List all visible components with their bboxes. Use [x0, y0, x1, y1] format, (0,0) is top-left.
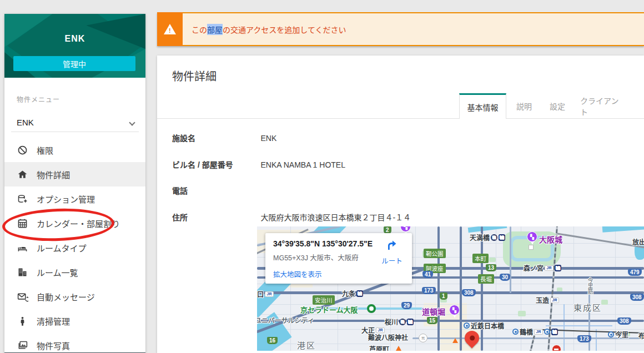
map-info-card: 34°39'35.8"N 135°30'27.5"E MG55+X3J 大阪市、…: [265, 233, 412, 284]
home-icon: [17, 169, 28, 180]
managing-status-button[interactable]: 管理中: [13, 56, 135, 71]
shrine-marker-icon: [396, 346, 401, 351]
map-label: 玉造JR: [536, 295, 559, 305]
sidebar-item-room-list[interactable]: ルーム一覧: [4, 260, 145, 284]
warning-text: この部屋の交通アクセスを追加してください: [192, 13, 346, 45]
metro-icon: M: [551, 329, 558, 335]
map-label: 道頓堀: [422, 306, 445, 317]
jr-icon: JR: [550, 297, 559, 303]
metro-icon: M: [499, 234, 505, 241]
route-shield: 41: [422, 271, 433, 278]
building-icon: [17, 266, 28, 278]
osaka-castle-icon[interactable]: ▚: [527, 231, 537, 242]
sidebar-item-auto-message[interactable]: 自動メッセージ: [4, 284, 145, 309]
jr-icon: JR: [376, 327, 385, 333]
map-label: 桜川▣M: [385, 317, 414, 326]
road-name-badge: 本町: [472, 254, 489, 263]
expand-map-link[interactable]: 拡大地図を表示: [273, 269, 322, 279]
route-button[interactable]: ルート: [380, 239, 404, 266]
field-label: 施設名: [172, 132, 258, 143]
map-label: 口JR: [257, 289, 274, 299]
field-facility-name: 施設名 ENK: [172, 132, 276, 143]
field-label: ビル名 / 部屋番号: [172, 159, 258, 170]
sidebar-item-option-management[interactable]: オプション管理: [4, 186, 145, 211]
route-shield: 479: [628, 269, 642, 276]
route-shield: 1: [440, 293, 447, 300]
kyocera-dome-icon[interactable]: [367, 304, 376, 313]
metro-icon: M: [356, 290, 363, 297]
road-name-badge: 長堀: [478, 274, 494, 284]
route-shield: 16: [267, 337, 278, 344]
shrine-icon[interactable]: π: [419, 334, 427, 342]
route-shield: 15: [427, 317, 437, 324]
ring-icon: [544, 329, 550, 335]
map-label: 大阪城: [539, 234, 562, 245]
jr-icon: JR: [534, 329, 543, 335]
route-shield: 308: [617, 317, 631, 325]
hospital-icon[interactable]: [552, 345, 561, 351]
tab-underline: [157, 118, 644, 119]
map-label: 芦原町: [369, 344, 389, 351]
org-name: ENK: [4, 34, 145, 44]
route-label: ルート: [380, 255, 404, 266]
database-plus-icon: [17, 193, 28, 205]
map-label: 森ノ宮JRM: [524, 263, 561, 273]
person-icon: [17, 315, 28, 327]
keihan-icon: ▣: [491, 234, 497, 241]
field-building-room: ビル名 / 部屋番号 ENKA NAMBA 1 HOTEL: [172, 159, 345, 170]
metro-icon: M: [407, 319, 414, 325]
field-value: 大阪府大阪市浪速区日本橋東２丁目４-１４: [260, 213, 411, 222]
sidebar-item-cleaning-management[interactable]: 清掃管理: [4, 309, 145, 333]
field-value: ENKA NAMBA 1 HOTEL: [260, 160, 345, 169]
keihan-icon: ▣: [399, 319, 406, 325]
castle-keep: [529, 245, 534, 250]
shrine-marker-icon: [452, 338, 458, 343]
sidebar: ENK 管理中 物件メニュー ENK 権限 物件詳細 オプション管理 カレンダー…: [4, 14, 145, 353]
map-label: 今里筋: [586, 278, 594, 294]
tab-client[interactable]: クライアント: [580, 93, 626, 119]
jr-icon: JR: [265, 291, 274, 297]
map-label: 放出: [632, 237, 644, 246]
property-select-value: ENK: [17, 118, 34, 127]
block-icon: [17, 144, 28, 156]
ring-icon: [512, 329, 519, 335]
route-shield: 30: [500, 274, 510, 281]
map-label: 今里: [608, 330, 628, 339]
poi-icon[interactable]: ▚: [400, 226, 411, 232]
property-menu-label: 物件メニュー: [17, 94, 60, 104]
tab-settings[interactable]: 設定: [549, 93, 566, 119]
map-label: 天満橋▣M: [470, 233, 505, 242]
warning-iconbox: !: [157, 12, 183, 46]
field-value: ENK: [260, 134, 276, 143]
map-label: 港区: [297, 339, 316, 351]
map-label: 近鉄日本橋: [464, 321, 504, 330]
sidebar-menu: 権限 物件詳細 オプション管理 カレンダー・部屋割り ルームタイプ ルーム一覧 …: [4, 138, 145, 353]
tab-basic-info[interactable]: 基本情報: [459, 93, 506, 119]
photos-icon: [17, 340, 28, 351]
warning-icon: !: [164, 24, 176, 34]
sidebar-item-property-details[interactable]: 物件詳細: [4, 162, 145, 186]
tab-description[interactable]: 説明: [515, 93, 533, 119]
directions-icon: [385, 239, 399, 252]
field-address: 住所 大阪府大阪市浪速区日本橋東２丁目４-１４: [172, 211, 411, 223]
page-title: 物件詳細: [172, 68, 217, 84]
sidebar-item-property-photos[interactable]: 物件写真: [4, 333, 145, 353]
highlighted-text: 部屋: [207, 24, 223, 35]
sidebar-item-permissions[interactable]: 権限: [4, 138, 145, 162]
sidebar-header: ENK 管理中: [4, 14, 145, 78]
chevron-down-icon: [129, 119, 135, 125]
ring-icon: [464, 322, 470, 329]
route-shield: 173: [422, 287, 436, 294]
google-map[interactable]: ▚ ▚ ▚ π 天満橋▣M大阪城放出森ノ宮JRM九条M玉造JR東成区道頓堀京セラ…: [257, 226, 644, 351]
route-shield: 13: [486, 264, 496, 271]
main-card: 物件詳細 基本情報 説明 設定 クライアント 施設名 ENK ビル名 / 部屋番…: [157, 56, 644, 353]
property-select[interactable]: ENK: [17, 114, 134, 130]
mail-icon: [17, 291, 28, 302]
map-label: 九条M: [342, 289, 363, 298]
metro-icon: M: [555, 265, 561, 271]
dotonbori-icon[interactable]: ▚: [449, 305, 460, 315]
field-label: 住所: [172, 211, 258, 223]
map-label: 難波八阪神社: [368, 332, 408, 342]
warning-banner: ! この部屋の交通アクセスを追加してください: [157, 12, 644, 46]
divider: [11, 132, 139, 132]
